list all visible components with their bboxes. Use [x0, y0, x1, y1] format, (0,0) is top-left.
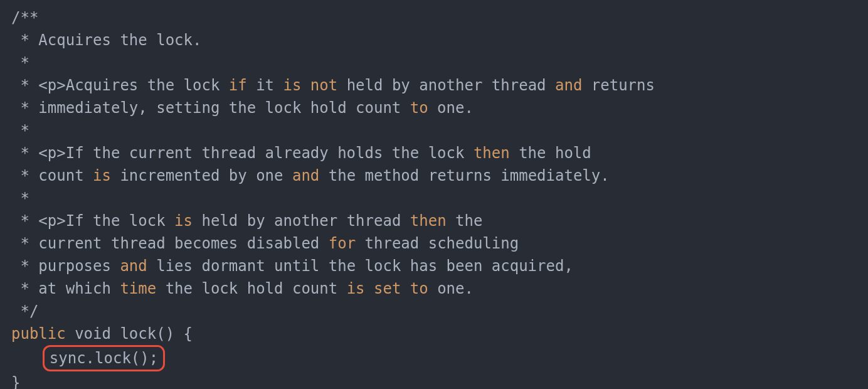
code-text: * immediately, setting the lock hold cou…	[11, 99, 410, 117]
code-text: incremented by one	[111, 167, 292, 184]
keyword-then: then	[410, 212, 447, 230]
code-text: returns	[582, 77, 655, 94]
keyword-time: time	[120, 280, 156, 297]
code-text	[301, 77, 310, 94]
code-text: void lock() {	[66, 325, 193, 343]
keyword-not: not	[310, 77, 337, 94]
keyword-and: and	[555, 77, 582, 94]
keyword-public: public	[11, 325, 66, 343]
code-text: * <p>If the current thread already holds…	[11, 144, 474, 162]
code-text: the method returns immediately.	[319, 167, 609, 184]
keyword-set: set	[374, 280, 401, 297]
code-text: thread scheduling	[356, 235, 519, 252]
code-text: it	[247, 77, 283, 94]
code-text: * purposes	[11, 257, 120, 275]
keyword-is: is	[93, 167, 111, 184]
code-text: the hold	[510, 144, 591, 162]
code-line: }	[11, 374, 20, 389]
code-line: */	[11, 302, 38, 320]
code-text	[365, 280, 374, 297]
code-block: /** * Acquires the lock. * * <p>Acquires…	[0, 0, 868, 389]
code-text: * <p>Acquires the lock	[11, 77, 229, 94]
code-text: the	[447, 212, 483, 230]
keyword-if: if	[229, 77, 247, 94]
code-line: * Acquires the lock.	[11, 31, 201, 49]
code-text: * count	[11, 167, 93, 184]
code-line: *	[11, 54, 29, 72]
keyword-to: to	[410, 99, 428, 117]
keyword-then: then	[474, 144, 510, 162]
keyword-is: is	[347, 280, 365, 297]
keyword-and: and	[120, 257, 147, 275]
code-line: *	[11, 122, 29, 139]
code-text: * <p>If the lock	[11, 212, 174, 230]
code-text: the lock hold count	[156, 280, 346, 297]
code-text: * at which	[11, 280, 120, 297]
code-text: held by another thread	[337, 77, 555, 94]
code-text: * current thread becomes disabled	[11, 235, 329, 252]
keyword-and: and	[292, 167, 319, 184]
code-text: sync.lock();	[50, 349, 158, 367]
keyword-to: to	[410, 280, 428, 297]
code-text: one.	[428, 280, 474, 297]
keyword-for: for	[329, 235, 356, 252]
code-text: held by another thread	[193, 212, 410, 230]
code-text: lies dormant until the lock has been acq…	[147, 257, 573, 275]
code-line: *	[11, 189, 29, 207]
code-text: one.	[428, 99, 474, 117]
code-text	[401, 280, 410, 297]
code-line: /**	[11, 9, 38, 26]
keyword-is: is	[283, 77, 301, 94]
highlighted-statement: sync.lock();	[43, 345, 165, 371]
keyword-is: is	[174, 212, 193, 230]
